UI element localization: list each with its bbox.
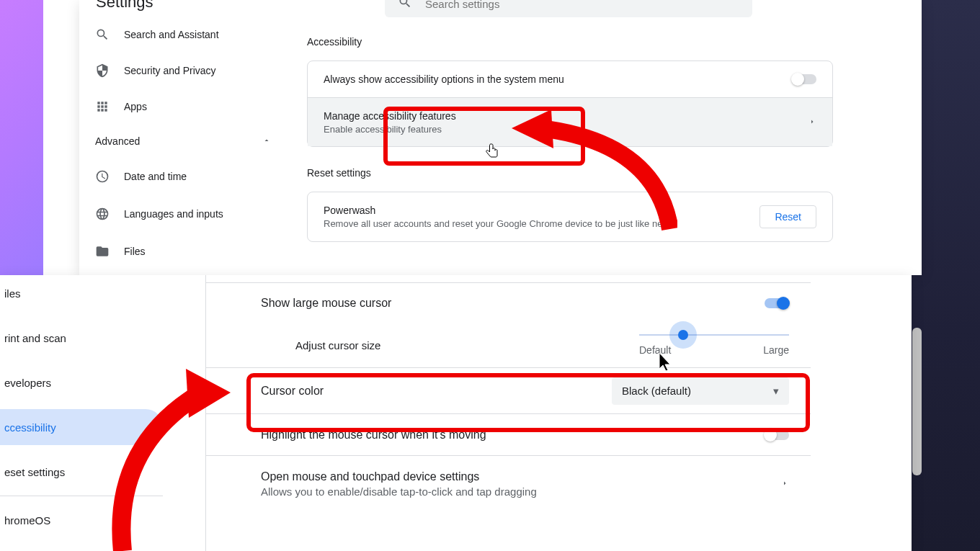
settings-window-top: Settings Search and Assistant Security a…	[79, 0, 922, 275]
row-label: Always show accessibility options in the…	[324, 73, 564, 85]
toggle-highlight-cursor[interactable]	[765, 430, 789, 440]
toggle-always-show[interactable]	[792, 74, 816, 84]
sidebar-item-apps[interactable]: Apps	[79, 89, 268, 125]
folder-icon	[95, 244, 110, 259]
search-box[interactable]	[385, 0, 752, 17]
chevron-up-icon	[262, 135, 271, 147]
sidebar-item-security-privacy[interactable]: Security and Privacy	[79, 53, 268, 89]
reset-card: Powerwash Remove all user accounts and r…	[307, 192, 833, 242]
sidebar-item-label: rint and scan	[4, 332, 66, 344]
search-input[interactable]	[425, 0, 739, 10]
slider-max-label: Large	[763, 344, 789, 356]
chevron-down-icon: ▾	[773, 385, 779, 398]
wallpaper-left	[0, 0, 43, 275]
row-open-mouse-touchpad-settings[interactable]: Open mouse and touchpad device settings …	[206, 455, 811, 511]
sidebar-top: Search and Assistant Security and Privac…	[79, 17, 268, 270]
sidebar-item-print-scan[interactable]: rint and scan	[0, 320, 163, 356]
select-value: Black (default)	[622, 385, 691, 397]
row-label: Cursor color	[261, 385, 324, 398]
accessibility-heading: Accessibility	[307, 36, 833, 48]
sidebar-bottom: iles rint and scan evelopers ccessibilit…	[0, 275, 163, 538]
search-icon	[95, 27, 110, 42]
settings-main-top: Accessibility Always show accessibility …	[307, 36, 833, 242]
sidebar-item-label: eset settings	[4, 466, 65, 478]
slider-min-label: Default	[639, 344, 671, 356]
sidebar-advanced-toggle[interactable]: Advanced	[79, 125, 268, 158]
sidebar-item-developers[interactable]: evelopers	[0, 364, 163, 400]
apps-icon	[95, 99, 110, 114]
row-manage-accessibility-features[interactable]: Manage accessibility features Enable acc…	[308, 97, 832, 146]
toggle-large-cursor[interactable]	[765, 298, 789, 308]
page-title: Settings	[96, 0, 153, 12]
reset-heading: Reset settings	[307, 167, 833, 179]
sidebar-item-files[interactable]: iles	[0, 275, 163, 311]
row-highlight-cursor[interactable]: Highlight the mouse cursor when it's mov…	[206, 413, 811, 455]
sidebar-item-chromeos[interactable]: hromeOS	[0, 502, 163, 538]
globe-icon	[95, 207, 110, 221]
sidebar-item-search-assistant[interactable]: Search and Assistant	[79, 17, 268, 53]
sidebar-item-label: Date and time	[124, 171, 187, 182]
sidebar-item-label: iles	[4, 287, 21, 300]
row-adjust-cursor-size: Adjust cursor size Default Large	[206, 323, 811, 367]
settings-main-bottom: Show large mouse cursor Adjust cursor si…	[205, 275, 811, 551]
row-subtitle: Remove all user accounts and reset your …	[324, 218, 672, 229]
row-show-large-cursor[interactable]: Show large mouse cursor	[206, 282, 811, 323]
advanced-label: Advanced	[95, 135, 140, 147]
row-powerwash: Powerwash Remove all user accounts and r…	[308, 192, 832, 241]
accessibility-card: Always show accessibility options in the…	[307, 61, 833, 147]
row-title: Open mouse and touchpad device settings	[261, 470, 537, 483]
row-title: Powerwash	[324, 205, 672, 216]
row-label: Show large mouse cursor	[261, 297, 391, 310]
sidebar-item-label: hromeOS	[4, 514, 50, 527]
sidebar-item-label: evelopers	[4, 377, 51, 389]
scrollbar[interactable]	[912, 328, 922, 475]
sidebar-item-date-time[interactable]: Date and time	[79, 158, 268, 195]
sidebar-item-label: Files	[124, 246, 146, 257]
chevron-right-icon	[780, 478, 789, 490]
sidebar-item-label: Security and Privacy	[124, 65, 216, 76]
clock-icon	[95, 169, 110, 184]
sidebar-item-accessibility[interactable]: ccessibility	[0, 409, 163, 445]
row-title: Manage accessibility features	[324, 110, 456, 122]
sidebar-item-files[interactable]: Files	[79, 233, 268, 270]
row-label: Adjust cursor size	[295, 339, 380, 351]
wallpaper-right	[912, 0, 980, 551]
settings-window-bottom: iles rint and scan evelopers ccessibilit…	[0, 275, 912, 551]
row-subtitle: Enable accessibility features	[324, 124, 456, 135]
row-cursor-color: Cursor color Black (default) ▾	[206, 367, 811, 413]
row-label: Highlight the mouse cursor when it's mov…	[261, 429, 486, 442]
sidebar-item-label: Search and Assistant	[124, 29, 219, 40]
sidebar-item-languages-inputs[interactable]: Languages and inputs	[79, 195, 268, 233]
sidebar-item-reset-settings[interactable]: eset settings	[0, 454, 163, 490]
sidebar-item-label: Languages and inputs	[124, 208, 223, 220]
divider	[0, 496, 163, 496]
search-icon	[398, 0, 412, 12]
sidebar-item-label: Apps	[124, 101, 147, 112]
cursor-size-slider[interactable]	[639, 334, 789, 336]
chevron-right-icon	[808, 116, 816, 129]
sidebar-item-label: ccessibility	[4, 421, 56, 434]
reset-button[interactable]: Reset	[760, 205, 816, 228]
cursor-color-select[interactable]: Black (default) ▾	[612, 377, 789, 405]
row-subtitle: Allows you to enable/disable tap-to-clic…	[261, 485, 537, 498]
row-always-show-accessibility[interactable]: Always show accessibility options in the…	[308, 61, 832, 97]
shield-icon	[95, 63, 110, 78]
